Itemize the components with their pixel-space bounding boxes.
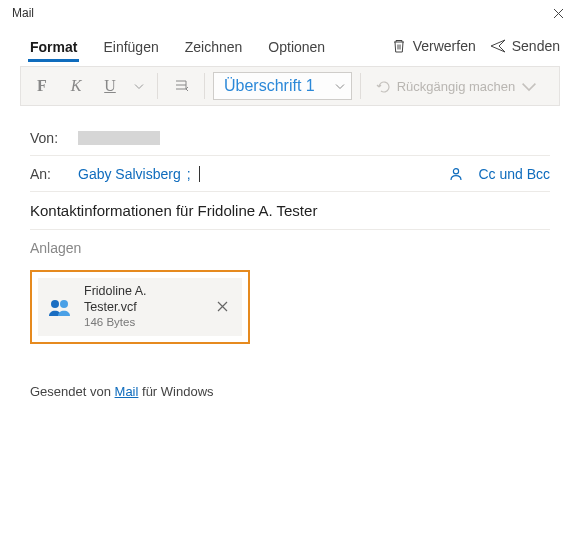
to-input[interactable]: Gaby Salvisberg; xyxy=(78,166,438,182)
undo-icon xyxy=(375,78,391,94)
send-button[interactable]: Senden xyxy=(490,38,560,54)
recipient-separator: ; xyxy=(187,166,191,182)
contacts-icon xyxy=(47,296,73,318)
ribbon-divider-2 xyxy=(204,73,205,99)
remove-attachment-button[interactable] xyxy=(210,295,234,319)
tab-format[interactable]: Format xyxy=(20,31,87,62)
tab-draw[interactable]: Zeichnen xyxy=(175,31,253,62)
trash-icon xyxy=(391,38,407,54)
text-cursor xyxy=(199,166,200,182)
signature-prefix: Gesendet von xyxy=(30,384,115,399)
message-header-fields: Von: An: Gaby Salvisberg; Cc und Bcc Kon… xyxy=(0,106,580,344)
subject-row: Kontaktinformationen für Fridoline A. Te… xyxy=(30,192,550,230)
window-titlebar: Mail xyxy=(0,0,580,26)
undo-button-disabled: Rückgängig machen xyxy=(369,78,544,94)
close-icon xyxy=(553,8,564,19)
heading-style-dropdown[interactable]: Überschrift 1 xyxy=(213,72,352,100)
ribbon-divider xyxy=(157,73,158,99)
attachments-row: Anlagen xyxy=(30,230,550,266)
chevron-down-icon xyxy=(335,81,345,91)
from-row: Von: xyxy=(30,120,550,156)
tab-options[interactable]: Optionen xyxy=(258,31,335,62)
contacts-file-icon xyxy=(46,296,74,318)
attachment-size: 146 Bytes xyxy=(84,315,200,329)
ribbon-divider-3 xyxy=(360,73,361,99)
svg-point-2 xyxy=(60,300,68,308)
send-icon xyxy=(490,38,506,54)
person-icon xyxy=(448,166,464,182)
discard-button[interactable]: Verwerfen xyxy=(391,38,476,54)
underline-button[interactable]: U xyxy=(95,71,125,101)
discard-label: Verwerfen xyxy=(413,38,476,54)
bold-button[interactable]: F xyxy=(27,71,57,101)
ribbon-tabs-row: Format Einfügen Zeichnen Optionen Verwer… xyxy=(0,26,580,66)
attachments-label: Anlagen xyxy=(30,232,81,264)
add-contact-button[interactable] xyxy=(448,166,464,182)
close-icon xyxy=(217,301,228,312)
from-label: Von: xyxy=(30,130,68,146)
recipient-chip[interactable]: Gaby Salvisberg xyxy=(78,166,181,182)
attachment-name: Fridoline A. Tester.vcf xyxy=(84,284,200,315)
chevron-down-icon xyxy=(521,78,537,94)
send-label: Senden xyxy=(512,38,560,54)
format-ribbon: F K U Überschrift 1 Rückgängig machen xyxy=(20,66,560,106)
attachment-chip[interactable]: Fridoline A. Tester.vcf 146 Bytes xyxy=(38,278,242,336)
subject-input[interactable]: Kontaktinformationen für Fridoline A. Te… xyxy=(30,194,550,227)
to-row: An: Gaby Salvisberg; Cc und Bcc xyxy=(30,156,550,192)
signature-suffix: für Windows xyxy=(138,384,213,399)
heading-style-label: Überschrift 1 xyxy=(224,77,315,95)
svg-point-1 xyxy=(51,300,59,308)
indent-icon xyxy=(173,78,189,94)
cc-bcc-toggle[interactable]: Cc und Bcc xyxy=(478,166,550,182)
font-more-dropdown[interactable] xyxy=(129,81,149,91)
undo-label: Rückgängig machen xyxy=(397,79,516,94)
window-title: Mail xyxy=(8,6,34,20)
window-close-button[interactable] xyxy=(544,0,572,26)
signature-app-link[interactable]: Mail xyxy=(115,384,139,399)
indent-button[interactable] xyxy=(166,71,196,101)
attachment-highlight: Fridoline A. Tester.vcf 146 Bytes xyxy=(30,270,250,344)
message-body[interactable]: Gesendet von Mail für Windows xyxy=(0,344,580,399)
italic-button[interactable]: K xyxy=(61,71,91,101)
chevron-down-icon xyxy=(134,81,144,91)
to-label: An: xyxy=(30,166,68,182)
tab-insert[interactable]: Einfügen xyxy=(93,31,168,62)
from-value-redacted xyxy=(78,131,160,145)
svg-point-0 xyxy=(454,168,459,173)
